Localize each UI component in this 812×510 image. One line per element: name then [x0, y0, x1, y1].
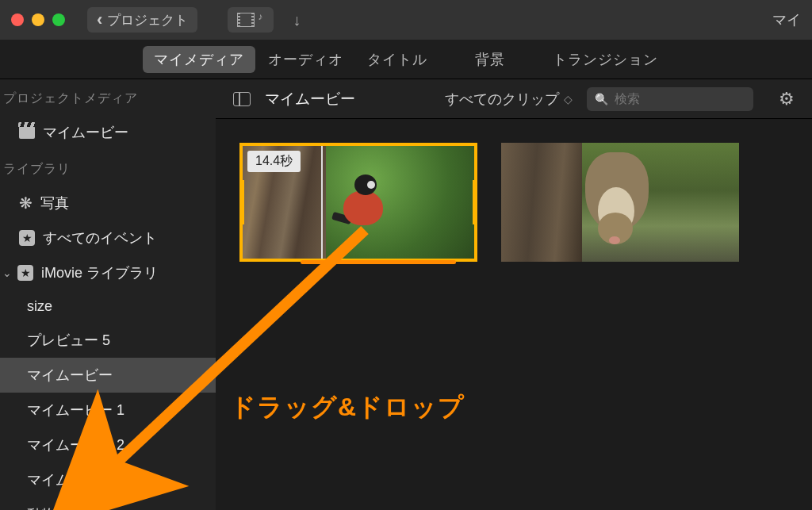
media-import-button[interactable]: ♪ [228, 7, 274, 33]
search-icon [595, 92, 608, 106]
sidebar-header-library: ライブラリ [0, 150, 216, 186]
sidebar-item-label: マイムービー 2 [27, 435, 124, 454]
star-icon [19, 230, 35, 246]
sidebar-item-library-entry[interactable]: マイムービー 4 [0, 462, 216, 497]
clip-playhead[interactable] [321, 146, 323, 259]
minimize-window-button[interactable] [32, 13, 44, 26]
sidebar-item-label: 動物 [27, 505, 56, 510]
gear-icon[interactable] [779, 89, 795, 109]
browser-title: マイムービー [265, 89, 355, 109]
sidebar-item-label: マイムービー [27, 366, 113, 385]
clapperboard-icon [19, 126, 35, 139]
sidebar-item-label: size [27, 298, 52, 315]
sidebar-item-label: マイムービー 4 [27, 470, 124, 489]
tab-titles[interactable]: タイトル [356, 46, 439, 73]
tab-audio[interactable]: オーディオ [257, 46, 354, 73]
sidebar-item-library-entry[interactable]: size [0, 290, 216, 323]
sidebar-item-project-movie[interactable]: マイムービー [0, 115, 216, 150]
browser-toolbar: マイムービー すべてのクリップ [216, 79, 812, 119]
star-icon [17, 265, 33, 281]
fullscreen-window-button[interactable] [52, 13, 65, 26]
import-dropdown-button[interactable]: ↓ [280, 11, 313, 29]
film-icon [237, 13, 255, 27]
sidebar-item-library-entry[interactable]: マイムービー [0, 358, 216, 393]
media-tabs: マイメディア オーディオ タイトル 背景 トランジション [0, 40, 812, 79]
sidebar-item-library-entry[interactable]: マイムービー 2 [0, 428, 216, 462]
photos-icon [19, 194, 33, 213]
clip-used-range-bar [301, 260, 456, 264]
tab-backgrounds[interactable]: 背景 [464, 46, 516, 73]
search-field[interactable] [587, 87, 753, 111]
sidebar-item-label: マイムービー [43, 123, 128, 142]
clip-thumbnail-1[interactable]: 14.4秒 [239, 143, 477, 262]
sidebar-item-photos[interactable]: 写真 [0, 186, 216, 220]
clip-filter-label: すべてのクリップ [445, 90, 559, 109]
back-button-label: プロジェクト [107, 11, 188, 29]
clip-trim-handle-left[interactable] [239, 180, 244, 225]
clip-thumbnail-2[interactable] [501, 143, 739, 262]
sidebar-item-library-entry[interactable]: マイムービー 1 [0, 393, 216, 428]
clip1-bird [340, 174, 388, 230]
sidebar-item-label: プレビュー 5 [27, 331, 110, 350]
close-window-button[interactable] [11, 13, 24, 26]
sidebar-item-label: すべてのイベント [43, 228, 157, 247]
music-note-icon: ♪ [258, 11, 262, 22]
clips-area: 14.4秒 [216, 119, 812, 510]
chevron-down-icon[interactable]: ⌄ [2, 267, 13, 279]
clip2-squirrel [577, 152, 672, 247]
main-body: プロジェクトメディア マイムービー ライブラリ 写真 すべてのイベント ⌄ iM… [0, 79, 812, 510]
back-to-projects-button[interactable]: プロジェクト [87, 7, 197, 33]
chevron-left-icon [97, 10, 102, 30]
sidebar-item-imovie-library[interactable]: ⌄ iMovie ライブラリ [0, 255, 216, 290]
sidebar-toggle-button[interactable] [233, 92, 251, 106]
media-browser: マイムービー すべてのクリップ 14.4秒 [216, 79, 812, 510]
titlebar: プロジェクト ♪ ↓ マイ [0, 0, 812, 40]
tab-transitions[interactable]: トランジション [542, 46, 669, 73]
search-input[interactable] [615, 92, 773, 106]
sidebar-item-label: iMovie ライブラリ [41, 263, 158, 282]
clip-duration-badge: 14.4秒 [247, 151, 301, 172]
clip2-tree [501, 143, 582, 262]
clip-trim-handle-right[interactable] [473, 180, 477, 225]
sidebar-item-library-entry[interactable]: プレビュー 5 [0, 323, 216, 358]
sidebar-item-label: マイムービー 1 [27, 401, 124, 420]
tab-my-media[interactable]: マイメディア [143, 46, 255, 73]
sidebar-item-all-events[interactable]: すべてのイベント [0, 220, 216, 255]
annotation-text: ドラッグ&ドロップ [230, 390, 465, 425]
window-title: マイ [772, 10, 801, 29]
sidebar: プロジェクトメディア マイムービー ライブラリ 写真 すべてのイベント ⌄ iM… [0, 79, 216, 510]
updown-icon [564, 90, 573, 107]
sidebar-item-library-entry[interactable]: 動物 [0, 497, 216, 510]
clip-filter-dropdown[interactable]: すべてのクリップ [445, 90, 573, 109]
window-controls [11, 13, 65, 26]
sidebar-item-label: 写真 [40, 194, 69, 213]
sidebar-header-project-media: プロジェクトメディア [0, 79, 216, 115]
